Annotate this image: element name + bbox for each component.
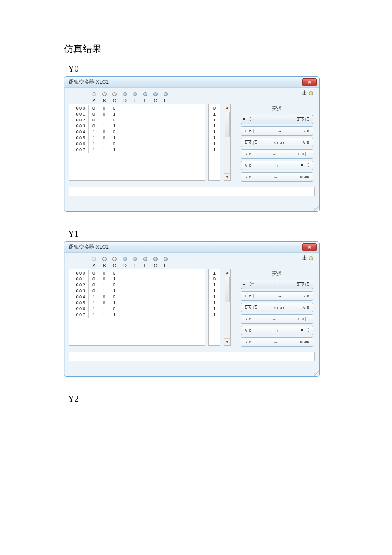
column-header-G: G [150,263,161,268]
table-row: 001001 [69,276,205,282]
truth-cell: 0 [99,105,109,111]
output-lamp [309,91,313,95]
input-lamp-G[interactable] [150,255,161,263]
row-index: 000 [69,270,89,276]
convert-left [245,282,251,287]
expression-icon: A|B [245,317,251,321]
truth-cell: 1 [89,312,99,318]
scrollbar[interactable]: ▲ ▼ [224,269,231,346]
convert-left: A|B [245,317,251,321]
scroll-up-icon[interactable]: ▲ [224,269,230,276]
truth-cell: 0 [89,123,99,129]
scroll-thumb[interactable] [225,277,230,302]
table-row: 004100 [69,294,205,300]
input-lamp-D[interactable] [120,90,130,98]
input-lamp-A[interactable] [89,255,99,263]
input-lamp-E[interactable] [130,255,140,263]
input-lamp-C[interactable] [110,255,120,263]
close-button[interactable] [302,243,317,251]
column-header-E: E [130,263,140,268]
label-y2: Y2 [68,394,328,404]
convert-button-4[interactable]: A|B → [241,161,313,170]
titlebar: 逻辑变换器-XLC1 [64,77,319,88]
convert-left: A|B [245,152,251,156]
truthtable-icon: 1 0|1 [245,129,257,133]
truth-cell: 1 [109,123,119,129]
input-lamp-B[interactable] [99,255,110,263]
resize-grip-icon[interactable] [314,371,319,376]
input-lamp-F[interactable] [140,90,150,98]
convert-button-5[interactable]: A|B → NAND [241,172,313,182]
truthtable-icon: 1 0|1 [297,317,309,321]
convert-button-0[interactable]: → 1 0|1 [241,115,313,124]
truth-cell: 1 [89,300,99,306]
doc-heading: 仿真结果 [64,43,328,55]
input-lamp-D[interactable] [120,255,130,263]
convert-right: 1 0|1 [297,282,309,287]
scroll-track[interactable] [224,111,230,173]
convert-button-3[interactable]: A|B → 1 0|1 [241,149,313,159]
truth-cell: 0 [109,129,119,135]
output-row: 0 [209,276,220,282]
input-lamp-A[interactable] [89,90,99,98]
convert-button-0[interactable]: → 1 0|1 [241,280,313,289]
output-column[interactable]: 01111111 [208,104,220,181]
input-lamp-B[interactable] [99,90,110,98]
column-header-A: A [89,263,99,268]
input-lamp-C[interactable] [110,90,120,98]
row-index: 007 [69,147,89,153]
input-lamp-F[interactable] [140,255,150,263]
expression-icon: A|B [303,129,309,133]
row-index: 002 [69,282,89,288]
convert-arrow: → [275,328,279,333]
input-lamp-H[interactable] [161,255,171,263]
expression-input[interactable] [69,187,315,196]
truth-table[interactable]: 0000000010010020100030110041000051010061… [69,269,205,346]
convert-button-3[interactable]: A|B → 1 0|1 [241,314,313,324]
row-index: 006 [69,306,89,312]
gate-icon [303,328,309,332]
scroll-track[interactable] [224,276,230,338]
truth-table[interactable]: 0000000010010020100030110041000051010061… [69,104,205,181]
output-column[interactable]: 10111111 [208,269,220,346]
truth-cell: 1 [109,111,119,117]
column-header-H: H [161,263,171,268]
truth-cell: 0 [89,282,99,288]
resize-grip-icon[interactable] [314,206,319,211]
convert-right: A|B [303,305,309,310]
input-lamp-G[interactable] [150,90,161,98]
convert-arrow: → [274,340,278,344]
convert-arrow: → [272,317,277,321]
convert-left: A|B [245,175,251,179]
convert-button-1[interactable]: 1 0|1 → A|B [241,126,313,136]
convert-right [303,328,309,333]
close-button[interactable] [302,78,317,86]
convert-button-2[interactable]: 1 0|1 S I M P A|B [241,303,313,312]
input-lamp-H[interactable] [161,90,171,98]
scroll-down-icon[interactable]: ▼ [224,338,230,345]
scroll-thumb[interactable] [225,112,230,137]
input-lamp-E[interactable] [130,90,140,98]
truthtable-icon: 1 0|1 [297,152,309,156]
table-row: 005101 [69,135,205,141]
logic-converter-window: 逻辑变换器-XLC1 出 ABCDEFGH 000000001001002010… [64,76,320,212]
conversion-panel: 变换 → 1 0|1 1 0|1 → A|B 1 0|1 S I M P A|B… [241,270,313,349]
convert-button-2[interactable]: 1 0|1 S I M P A|B [241,138,313,147]
output-row: 1 [209,135,220,141]
truth-cell: 1 [109,276,119,282]
convert-button-4[interactable]: A|B → [241,326,313,335]
convert-button-5[interactable]: A|B → NAND [241,337,313,347]
convert-button-1[interactable]: 1 0|1 → A|B [241,291,313,301]
convert-arrow: S I M P [274,140,285,145]
scroll-up-icon[interactable]: ▲ [224,104,230,111]
column-header-C: C [110,263,120,268]
convert-arrow: → [272,282,276,287]
expression-input[interactable] [69,352,315,361]
output-row: 1 [209,282,220,288]
truth-cell: 1 [89,294,99,300]
scrollbar[interactable]: ▲ ▼ [224,104,231,181]
row-index: 001 [69,276,89,282]
truth-cell: 0 [89,270,99,276]
truth-cell: 1 [89,141,99,147]
scroll-down-icon[interactable]: ▼ [224,173,230,180]
